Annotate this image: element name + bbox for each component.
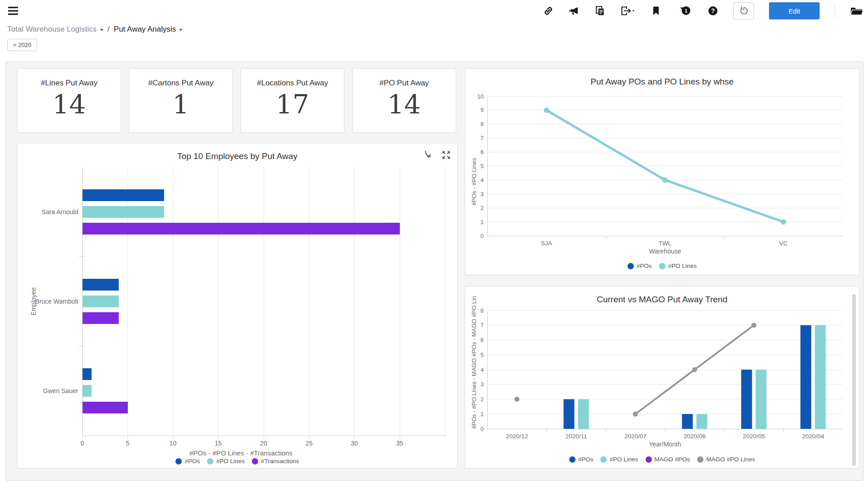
axis-text: #POs - #PO Lines: [471, 158, 477, 205]
axis-text: 0: [80, 440, 84, 447]
bar[interactable]: [83, 279, 119, 291]
bar[interactable]: [83, 402, 128, 413]
legend-item[interactable]: MAGO #PO Lines: [697, 456, 755, 463]
line-point[interactable]: [514, 397, 519, 402]
line-point[interactable]: [692, 367, 697, 372]
line-point[interactable]: [633, 412, 638, 417]
legend-label: #POs: [637, 263, 652, 269]
bar[interactable]: [815, 325, 826, 429]
legend-label: #PO Lines: [609, 456, 638, 463]
copy-icon[interactable]: [594, 5, 605, 16]
bar[interactable]: [682, 414, 693, 429]
bar[interactable]: [756, 370, 767, 429]
axis-text: #POs - #PO Lines - MAGO #POs - MAGO #PO …: [471, 296, 477, 429]
kpi-card-lines-put-away[interactable]: #Lines Put Away 14: [17, 68, 121, 133]
legend-item[interactable]: #POs: [175, 458, 200, 465]
scrollbar-thumb[interactable]: [852, 294, 856, 466]
filter-chip[interactable]: = 2020: [7, 39, 37, 51]
line-point[interactable]: [663, 178, 668, 183]
axis-text: Warehouse: [649, 248, 681, 255]
bar[interactable]: [83, 368, 92, 380]
axis-text: 0: [481, 233, 484, 239]
chart-panel-trend: Current vs MAGO Put Away Trend 012345678…: [465, 286, 859, 469]
legend-item[interactable]: #POs: [627, 263, 652, 269]
legend-dot: [600, 456, 607, 463]
bar[interactable]: [697, 414, 708, 429]
line-series[interactable]: [636, 370, 695, 414]
line-point[interactable]: [781, 220, 786, 225]
axis-text: 8: [481, 121, 484, 127]
bar[interactable]: [83, 189, 165, 201]
line-point[interactable]: [751, 323, 756, 328]
axis-text: 2: [481, 205, 484, 211]
link-icon[interactable]: [543, 5, 554, 16]
legend-item[interactable]: #Transactions: [252, 458, 299, 465]
axis-text: VC: [779, 240, 788, 247]
axis-text: 1: [481, 219, 484, 225]
export-icon[interactable]: [620, 5, 636, 16]
filter-count-badge: 1: [682, 6, 690, 15]
legend-item[interactable]: #PO Lines: [207, 458, 245, 465]
axis-text: 10: [477, 93, 484, 100]
maximize-icon[interactable]: [441, 150, 452, 160]
axis-text: 1: [481, 411, 484, 418]
axis-text: 8: [481, 307, 484, 314]
bar[interactable]: [741, 370, 752, 429]
legend-dot: [697, 456, 703, 463]
drill-arrow-icon[interactable]: [423, 150, 434, 160]
bar[interactable]: [801, 325, 811, 429]
bar-chart-top-employees: Sara ArnouldBruce WamboltGwen Sauer05101…: [18, 143, 457, 468]
legend-dot: [252, 458, 258, 465]
axis-text: 20: [260, 440, 267, 447]
bar[interactable]: [83, 312, 119, 324]
bar[interactable]: [564, 399, 575, 429]
chart-legend: #POs#PO Lines#Transactions: [18, 458, 457, 465]
legend-label: MAGO #PO Lines: [706, 456, 755, 463]
menu-icon[interactable]: [5, 3, 21, 19]
axis-text: 2020/07: [624, 433, 646, 440]
edit-button[interactable]: Edit: [769, 2, 820, 19]
axis-text: 9: [481, 107, 484, 113]
kpi-card-locations-put-away[interactable]: #Locations Put Away 17: [241, 68, 344, 133]
axis-text: 10: [170, 440, 177, 447]
kpi-card-po-put-away[interactable]: #PO Put Away 14: [352, 68, 456, 133]
folder-icon[interactable]: [850, 5, 863, 16]
refresh-button[interactable]: [733, 2, 754, 19]
bar[interactable]: [83, 206, 165, 218]
legend-item[interactable]: #PO Lines: [659, 263, 697, 269]
breadcrumb-current[interactable]: Put Away Analysis: [114, 25, 183, 34]
axis-text: 2020/11: [566, 433, 587, 440]
legend-dot: [659, 263, 665, 269]
breadcrumb-separator: /: [108, 25, 110, 34]
legend-item[interactable]: MAGO #POs: [646, 456, 690, 463]
line-point[interactable]: [544, 108, 549, 113]
breadcrumb: Total Warehouse Logistics / Put Away Ana…: [7, 23, 183, 35]
axis-text: 2020/05: [743, 433, 765, 440]
legend-item[interactable]: #POs: [569, 456, 594, 463]
bar[interactable]: [578, 399, 589, 429]
legend-dot: [646, 456, 652, 463]
axis-text: Employee: [30, 287, 37, 315]
bookmark-icon[interactable]: [651, 5, 661, 16]
kpi-value: 1: [129, 91, 232, 117]
filter-icon[interactable]: 1: [676, 5, 693, 16]
kpi-value: 17: [241, 91, 344, 117]
bar[interactable]: [83, 296, 119, 307]
legend-item[interactable]: #PO Lines: [600, 456, 638, 463]
help-icon[interactable]: ?: [708, 5, 718, 16]
kpi-label: #Locations Put Away: [241, 79, 344, 88]
kpi-card-cartons-put-away[interactable]: #Cartons Put Away 1: [129, 68, 233, 133]
dashboard-canvas: #Lines Put Away 14 #Cartons Put Away 1 #…: [5, 61, 863, 481]
megaphone-icon[interactable]: [569, 5, 580, 16]
legend-dot: [627, 263, 634, 269]
bar[interactable]: [83, 385, 92, 397]
combo-chart-trend: 0123456782020/122020/112020/072020/06202…: [465, 286, 859, 468]
axis-text: 2020/06: [684, 433, 706, 440]
bar[interactable]: [83, 223, 400, 235]
line-chart-by-warehouse: 012345678910SJATWLVCWarehouse#POs - #PO …: [465, 69, 859, 275]
line-series[interactable]: [695, 325, 754, 370]
kpi-value: 14: [18, 91, 121, 117]
breadcrumb-parent[interactable]: Total Warehouse Logistics: [7, 25, 104, 34]
kpi-value: 14: [353, 91, 456, 117]
axis-text: #POs - #PO Lines - #Transactions: [189, 449, 292, 457]
